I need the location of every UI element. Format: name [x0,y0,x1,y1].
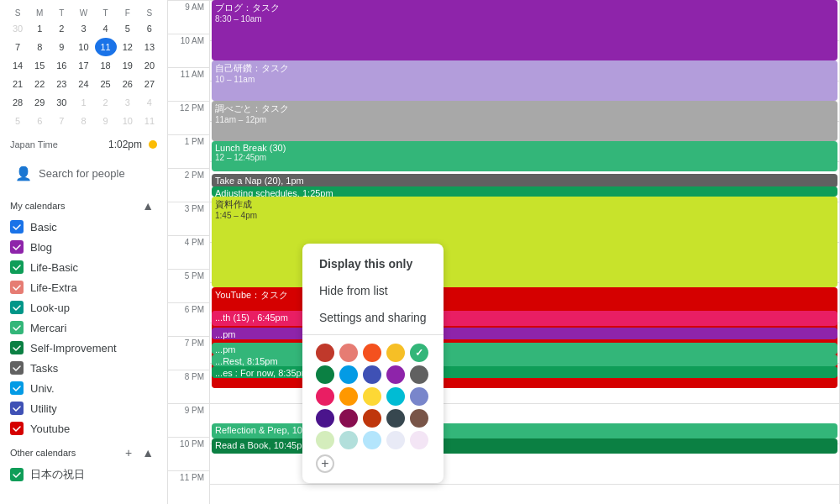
cal-day-cell[interactable]: 30 [50,93,72,112]
color-option[interactable] [386,387,405,406]
color-option[interactable] [316,387,334,406]
other-calendars-add-btn[interactable]: + [122,445,135,460]
color-option[interactable] [410,431,428,449]
sidebar-other-calendar-item[interactable]: 日本の祝日 [0,464,167,486]
cal-day-cell[interactable]: 21 [7,75,29,93]
color-option[interactable] [339,344,358,362]
color-option[interactable] [410,409,428,428]
sidebar-calendar-item-tasks[interactable]: Tasks [0,358,167,378]
other-calendars-collapse-btn[interactable]: ▲ [139,445,157,460]
cal-day-cell[interactable]: 5 [117,19,139,38]
cal-day-cell[interactable]: 19 [117,56,139,75]
cal-day-cell[interactable]: 10 [72,38,94,56]
cal-day-cell[interactable]: 8 [29,38,50,56]
color-option[interactable] [363,387,381,406]
cal-day-cell[interactable]: 7 [50,112,72,130]
sidebar-calendar-item-look-up[interactable]: Look-up [0,297,167,318]
cal-day-cell[interactable]: 22 [29,75,50,93]
cal-day-cell[interactable]: 6 [139,19,160,38]
cal-day-cell[interactable]: 2 [95,93,117,112]
color-option[interactable] [386,431,405,449]
cal-day-cell[interactable]: 11 [95,38,117,56]
cal-day-cell[interactable]: 28 [7,93,29,112]
ctx-hide-from-list[interactable]: Hide from list [302,277,444,304]
cal-day-cell[interactable]: 1 [29,19,50,38]
other-calendar-name-label: 日本の祝日 [30,467,85,482]
event-block[interactable]: Lunch Break (30)12 – 12:45pm [212,141,837,171]
cal-day-cell[interactable]: 27 [139,75,160,93]
color-option[interactable] [316,344,334,362]
calendar-name-label: Utility [30,402,57,415]
color-option[interactable] [363,431,381,449]
sidebar-calendar-item-life-basic[interactable]: Life-Basic [0,257,167,277]
cal-day-cell[interactable]: 3 [72,19,94,38]
cal-day-cell[interactable]: 1 [72,93,94,112]
color-option[interactable] [363,409,381,428]
cal-day-cell[interactable]: 2 [50,19,72,38]
cal-day-cell[interactable]: 8 [72,112,94,130]
cal-day-cell[interactable]: 18 [95,56,117,75]
time-slot-label: 4 PM [168,235,209,269]
event-block[interactable]: 自己研鑽：タスク10 – 11am [212,60,837,101]
sidebar-calendar-item-blog[interactable]: Blog [0,237,167,257]
cal-day-cell[interactable]: 30 [7,19,29,38]
sidebar-calendar-item-life-extra[interactable]: Life-Extra [0,277,167,297]
cal-day-cell[interactable]: 17 [72,56,94,75]
color-option[interactable] [339,365,358,384]
ctx-settings-sharing[interactable]: Settings and sharing [302,304,444,331]
cal-day-cell[interactable]: 11 [139,112,160,130]
add-color-button[interactable]: + [316,454,334,473]
color-option[interactable] [363,344,381,362]
cal-day-cell[interactable]: 4 [95,19,117,38]
color-option[interactable] [339,387,358,406]
color-option[interactable] [386,409,405,428]
cal-day-cell[interactable]: 3 [117,93,139,112]
cal-day-cell[interactable]: 13 [139,38,160,56]
cal-day-cell[interactable]: 16 [50,56,72,75]
my-calendars-collapse-btn[interactable]: ▲ [139,198,157,213]
cal-day-cell[interactable]: 24 [72,75,94,93]
cal-day-cell[interactable]: 26 [117,75,139,93]
color-option[interactable] [410,344,428,362]
cal-day-cell[interactable]: 6 [29,112,50,130]
sidebar-calendar-item-self-improvement[interactable]: Self-Improvement [0,338,167,358]
cal-day-cell[interactable]: 12 [117,38,139,56]
color-option[interactable] [339,409,358,428]
color-option[interactable] [363,365,381,384]
color-option[interactable] [339,431,358,449]
color-option[interactable] [316,431,334,449]
cal-day-header: S [139,7,160,19]
event-block[interactable]: Take a Nap (20), 1pm [212,174,837,187]
cal-day-cell[interactable]: 5 [7,112,29,130]
color-option[interactable] [386,365,405,384]
cal-day-cell[interactable]: 29 [29,93,50,112]
cal-day-cell[interactable]: 20 [139,56,160,75]
cal-day-cell[interactable]: 14 [7,56,29,75]
sidebar-calendar-item-univ.[interactable]: Univ. [0,378,167,398]
cal-day-cell[interactable]: 4 [139,93,160,112]
cal-day-cell[interactable]: 9 [50,38,72,56]
cal-day-cell[interactable]: 15 [29,56,50,75]
sidebar-calendar-item-mercari[interactable]: Mercari [0,318,167,338]
color-option[interactable] [410,387,428,406]
event-block[interactable]: 調べごと：タスク11am – 12pm [212,101,837,141]
color-option[interactable] [316,365,334,384]
cal-day-cell[interactable]: 10 [117,112,139,130]
sidebar-calendar-item-basic[interactable]: Basic [0,217,167,237]
event-block[interactable]: ブログ：タスク8:30 – 10am [212,0,837,60]
ctx-display-only[interactable]: Display this only [302,250,444,277]
my-calendars-section-header[interactable]: My calendars ▲ [0,192,167,217]
sidebar-calendar-item-utility[interactable]: Utility [0,398,167,418]
cal-day-cell[interactable]: 7 [7,38,29,56]
event-block[interactable]: Adjusting schedules, 1:25pm [212,186,837,197]
other-calendars-section-header[interactable]: Other calendars + ▲ [0,438,167,464]
cal-day-cell[interactable]: 25 [95,75,117,93]
search-people-button[interactable]: 👤 Search for people [7,159,160,188]
cal-day-cell[interactable]: 23 [50,75,72,93]
color-option[interactable] [316,409,334,428]
color-option[interactable] [410,365,428,384]
calendar-name-label: Blog [30,241,52,254]
cal-day-cell[interactable]: 9 [95,112,117,130]
sidebar-calendar-item-youtube[interactable]: Youtube [0,418,167,438]
color-option[interactable] [386,344,405,362]
